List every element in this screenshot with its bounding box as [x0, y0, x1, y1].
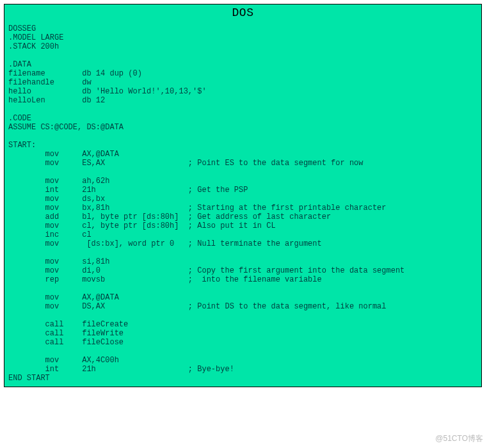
window-title: DOS: [4, 4, 481, 22]
code-listing: DOSSEG .MODEL LARGE .STACK 200h .DATA fi…: [4, 22, 481, 387]
code-window: DOS DOSSEG .MODEL LARGE .STACK 200h .DAT…: [4, 4, 482, 387]
